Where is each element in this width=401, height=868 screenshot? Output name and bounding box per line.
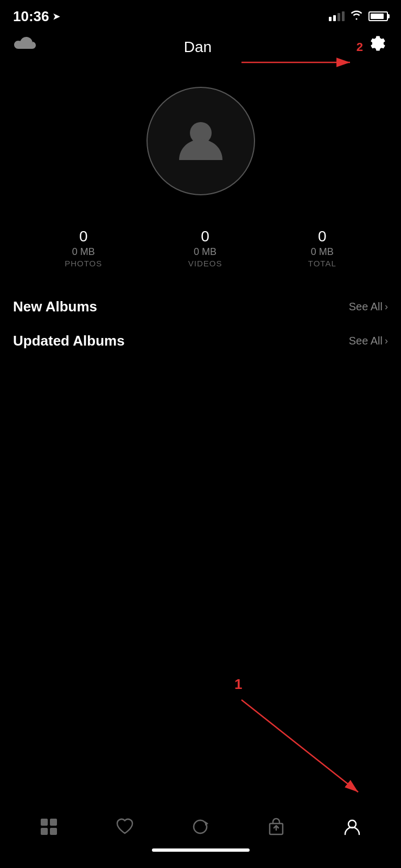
- signal-bar-4: [342, 11, 345, 21]
- signal-bars: [329, 11, 345, 21]
- chevron-right-icon: ›: [385, 301, 388, 312]
- new-albums-title: New Albums: [13, 298, 97, 315]
- updated-albums-title: Updated Albums: [13, 333, 125, 349]
- status-icons: [329, 10, 388, 23]
- status-time: 10:36 ➤: [13, 8, 60, 25]
- svg-rect-6: [41, 819, 48, 826]
- videos-count: 0: [201, 228, 209, 245]
- notification-badge: 2: [357, 40, 363, 54]
- nav-item-activity[interactable]: [180, 812, 221, 842]
- avatar[interactable]: [147, 87, 255, 195]
- albums-section: New Albums See All › Updated Albums See …: [0, 284, 401, 363]
- battery-icon: [368, 11, 388, 21]
- signal-bar-2: [333, 15, 336, 21]
- person-icon: [342, 817, 362, 837]
- nav-items: [0, 812, 401, 842]
- photos-stat: 0 0 MB PHOTOS: [65, 228, 102, 268]
- updated-albums-row: Updated Albums See All ›: [0, 324, 401, 358]
- stats-section: 0 0 MB PHOTOS 0 0 MB VIDEOS 0 0 MB TOTAL: [0, 212, 401, 284]
- profile-section: [0, 65, 401, 212]
- refresh-icon: [190, 817, 210, 837]
- share-icon: [266, 817, 286, 837]
- updated-albums-see-all[interactable]: See All ›: [349, 335, 388, 347]
- videos-stat: 0 0 MB VIDEOS: [188, 228, 222, 268]
- photos-size: 0 MB: [72, 246, 95, 258]
- total-label: TOTAL: [308, 259, 336, 268]
- gear-button[interactable]: [367, 35, 388, 60]
- new-albums-see-all[interactable]: See All ›: [349, 301, 388, 313]
- nav-item-profile[interactable]: [332, 812, 373, 842]
- status-bar: 10:36 ➤: [0, 0, 401, 29]
- header: Dan 2: [0, 29, 401, 65]
- nav-item-grid[interactable]: [28, 812, 69, 842]
- svg-rect-9: [50, 828, 57, 835]
- svg-text:1: 1: [234, 676, 242, 692]
- total-stat: 0 0 MB TOTAL: [308, 228, 336, 268]
- svg-rect-7: [50, 819, 57, 826]
- total-count: 0: [318, 228, 327, 245]
- photos-count: 0: [79, 228, 88, 245]
- nav-item-share[interactable]: [256, 812, 297, 842]
- time-display: 10:36: [13, 8, 49, 25]
- signal-bar-3: [338, 13, 340, 21]
- wifi-icon: [350, 10, 363, 23]
- battery-fill: [371, 14, 384, 19]
- chevron-right-icon-2: ›: [385, 335, 388, 347]
- videos-label: VIDEOS: [188, 259, 222, 268]
- heart-icon: [115, 817, 135, 837]
- grid-icon: [39, 817, 59, 837]
- person-placeholder-icon: [174, 114, 228, 168]
- total-size: 0 MB: [311, 246, 334, 258]
- svg-rect-8: [41, 828, 48, 835]
- svg-line-5: [241, 700, 358, 792]
- home-indicator: [152, 848, 250, 852]
- location-icon: ➤: [53, 11, 60, 22]
- signal-bar-1: [329, 17, 332, 21]
- photos-label: PHOTOS: [65, 259, 102, 268]
- header-right: 2: [357, 35, 388, 60]
- header-title: Dan: [184, 39, 212, 56]
- nav-item-favorites[interactable]: [104, 812, 145, 842]
- bottom-navigation: [0, 801, 401, 868]
- videos-size: 0 MB: [194, 246, 217, 258]
- new-albums-row: New Albums See All ›: [0, 290, 401, 324]
- cloud-icon: [13, 35, 38, 60]
